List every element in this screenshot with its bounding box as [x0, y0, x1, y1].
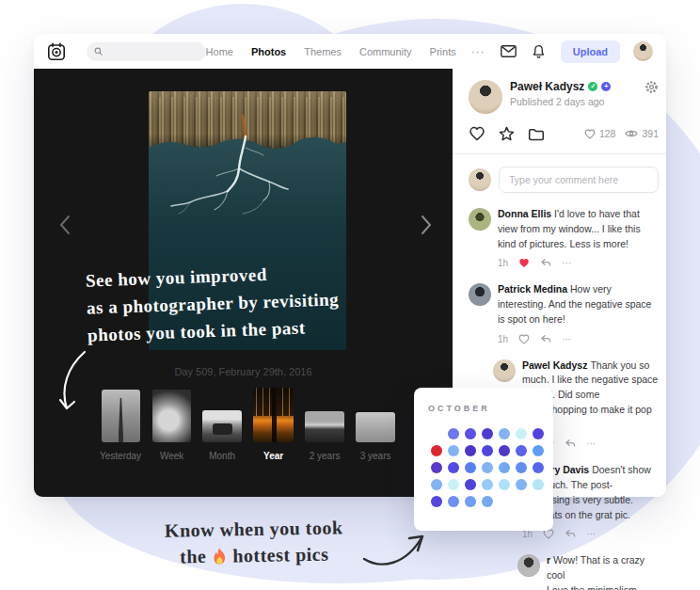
- thumbnail-yesterday[interactable]: Yesterday: [100, 390, 141, 461]
- calendar-dot[interactable]: [482, 496, 493, 507]
- thumbnail-2-years[interactable]: 2 years: [305, 411, 344, 461]
- calendar-dot[interactable]: [499, 479, 510, 490]
- gear-icon[interactable]: [644, 80, 659, 98]
- photo-day-caption: Day 509, February 29th, 2016: [34, 366, 453, 377]
- commenter-avatar[interactable]: [517, 554, 540, 577]
- calendar-dot[interactable]: [431, 445, 442, 456]
- commenter-avatar[interactable]: [493, 359, 516, 382]
- comment-reply-button[interactable]: [540, 258, 551, 268]
- calendar-dot[interactable]: [465, 462, 476, 473]
- add-to-folder-button[interactable]: [528, 127, 545, 141]
- comment-author[interactable]: r: [547, 554, 553, 566]
- comment-reply-button[interactable]: [565, 439, 576, 449]
- heart-icon[interactable]: [518, 258, 530, 268]
- comment-input[interactable]: [499, 167, 659, 193]
- calendar-dot[interactable]: [465, 445, 476, 456]
- thumbnail-image[interactable]: [305, 411, 344, 442]
- calendar-dot[interactable]: [533, 479, 544, 490]
- search-icon: [94, 46, 103, 56]
- calendar-dot[interactable]: [465, 496, 476, 507]
- heart-icon[interactable]: [518, 334, 530, 344]
- calendar-month-title: OCTOBER: [428, 404, 553, 413]
- commenter-avatar[interactable]: [469, 283, 491, 306]
- calendar-dot[interactable]: [533, 462, 544, 473]
- author-name[interactable]: Paweł Kadysz: [510, 80, 584, 93]
- commenter-avatar[interactable]: [469, 208, 491, 231]
- thumbnail-year[interactable]: Year: [253, 388, 294, 461]
- more-menu-button[interactable]: ···: [471, 45, 485, 58]
- calendar-dot[interactable]: [499, 445, 510, 456]
- reply-icon[interactable]: [565, 529, 576, 539]
- calendar-dot[interactable]: [448, 479, 459, 490]
- calendar-dot[interactable]: [465, 428, 476, 439]
- nav-link-themes[interactable]: Themes: [304, 46, 342, 57]
- calendar-dot[interactable]: [482, 428, 493, 439]
- reply-icon[interactable]: [540, 258, 551, 268]
- calendar-dot[interactable]: [516, 445, 527, 456]
- calendar-dot[interactable]: [431, 496, 442, 507]
- reply-icon[interactable]: [540, 334, 551, 344]
- comment: r Wow! That is a crazy coolLove the mini…: [469, 553, 659, 590]
- thumbnail-image[interactable]: [152, 390, 191, 442]
- comment-more-button[interactable]: ···: [562, 256, 571, 270]
- calendar-dot[interactable]: [465, 479, 476, 490]
- thumbnail-image[interactable]: [356, 412, 395, 442]
- calendar-dot[interactable]: [533, 428, 544, 439]
- nav-link-community[interactable]: Community: [359, 46, 412, 57]
- calendar-dot[interactable]: [448, 496, 459, 507]
- comment-like-button[interactable]: [518, 334, 530, 344]
- reply-icon[interactable]: [565, 439, 576, 449]
- comment-like-button[interactable]: [518, 258, 530, 268]
- nav-link-photos[interactable]: Photos: [251, 46, 286, 57]
- app-window: HomePhotosThemesCommunityPrints ··· Uplo…: [34, 34, 666, 497]
- previous-photo-button[interactable]: [53, 212, 75, 238]
- fire-icon: [212, 547, 227, 565]
- comment-meta: 1h···: [498, 332, 659, 346]
- notifications-bell-button[interactable]: [532, 44, 546, 59]
- favorite-star-button[interactable]: [499, 126, 515, 141]
- calendar-dot[interactable]: [482, 462, 493, 473]
- next-photo-button[interactable]: [415, 212, 438, 238]
- search-input[interactable]: [108, 45, 199, 57]
- tookapic-logo-icon[interactable]: [47, 42, 66, 61]
- thumbnail-3-years[interactable]: 3 years: [356, 412, 395, 461]
- thumbnail-image[interactable]: [253, 388, 294, 442]
- upload-button[interactable]: Upload: [561, 40, 620, 63]
- comment-reply-button[interactable]: [540, 334, 551, 344]
- calendar-dot[interactable]: [516, 428, 527, 439]
- calendar-dot[interactable]: [482, 445, 493, 456]
- comment-more-button[interactable]: ···: [586, 527, 596, 541]
- calendar-dot[interactable]: [448, 445, 459, 456]
- calendar-dot[interactable]: [431, 479, 442, 490]
- likes-count: 128: [584, 128, 616, 139]
- calendar-dot[interactable]: [448, 462, 459, 473]
- calendar-dot[interactable]: [431, 462, 442, 473]
- comment-author[interactable]: Donna Ellis: [498, 208, 554, 219]
- thumbnail-month[interactable]: Month: [202, 410, 242, 461]
- comment-more-button[interactable]: ···: [586, 437, 596, 451]
- comment-reply-button[interactable]: [565, 529, 576, 539]
- comment-more-button[interactable]: ···: [562, 332, 571, 346]
- calendar-dot[interactable]: [499, 428, 510, 439]
- user-avatar[interactable]: [633, 41, 653, 61]
- messages-button[interactable]: [501, 45, 517, 57]
- search-bar[interactable]: [87, 42, 206, 61]
- thumbnail-image[interactable]: [202, 410, 242, 442]
- calendar-dot[interactable]: [516, 479, 527, 490]
- calendar-dot[interactable]: [533, 445, 544, 456]
- comment: Donna Ellis I'd love to have that view f…: [469, 207, 659, 270]
- nav-link-home[interactable]: Home: [206, 46, 233, 57]
- calendar-dot[interactable]: [482, 479, 493, 490]
- author-avatar[interactable]: [469, 80, 502, 114]
- divider: [453, 153, 666, 154]
- calendar-dot[interactable]: [448, 428, 459, 439]
- thumbnail-week[interactable]: Week: [152, 390, 191, 461]
- comment-author[interactable]: Pawel Kadysz: [522, 359, 590, 371]
- verified-check-badge: ✓: [588, 82, 597, 91]
- like-heart-button[interactable]: [469, 126, 485, 141]
- calendar-dot[interactable]: [516, 462, 527, 473]
- thumbnail-image[interactable]: [102, 390, 140, 442]
- nav-link-prints[interactable]: Prints: [430, 46, 456, 57]
- calendar-dot[interactable]: [499, 462, 510, 473]
- comment-author[interactable]: Patrick Medina: [498, 283, 570, 295]
